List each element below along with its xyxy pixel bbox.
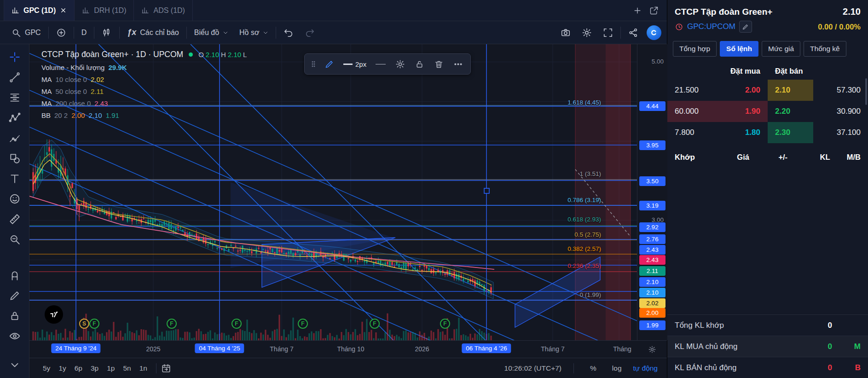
- tool-ruler[interactable]: [5, 210, 24, 228]
- edit-symbol-button[interactable]: [739, 21, 752, 33]
- browser-logo[interactable]: [647, 25, 661, 40]
- legend-ma50-row[interactable]: MA 50 close 0 2.11: [41, 87, 247, 95]
- high-value: 2.10: [228, 51, 241, 58]
- price-axis[interactable]: 5.00 3.00 4.44 3.95 3.50 3.19 2.92 2.76 …: [637, 44, 667, 340]
- tool-fib-retracement[interactable]: [5, 88, 24, 107]
- chart-style-button[interactable]: [96, 24, 117, 41]
- event-marker[interactable]: F: [231, 319, 242, 329]
- scrollbar-thumb[interactable]: [865, 78, 867, 105]
- range-1y[interactable]: 1y: [54, 362, 70, 375]
- range-6m[interactable]: 6p: [70, 362, 87, 375]
- event-marker[interactable]: F: [89, 319, 99, 329]
- auto-scale-toggle[interactable]: tự động: [633, 364, 658, 372]
- range-5y[interactable]: 5y: [39, 362, 54, 375]
- legend-volume-row[interactable]: Volume - Khối lượng 29.9K: [41, 64, 247, 71]
- sell-volume[interactable]: 37.100: [813, 122, 868, 143]
- tool-pattern[interactable]: [5, 109, 24, 127]
- plus-circle-icon: [56, 28, 66, 38]
- log-scale-toggle[interactable]: log: [608, 362, 626, 375]
- clock-display[interactable]: 10:26:02 (UTC+7): [504, 364, 562, 372]
- undo-button[interactable]: [278, 24, 299, 41]
- legend-ma200-row[interactable]: MA 200 close 0 2.43: [41, 99, 247, 107]
- line-width-icon: [343, 64, 353, 65]
- tab-ads[interactable]: ADS (1D): [134, 0, 192, 21]
- event-marker[interactable]: F: [440, 319, 450, 329]
- drawing-more-button[interactable]: [448, 55, 468, 73]
- go-to-date-button[interactable]: [161, 363, 171, 373]
- tool-draw[interactable]: [5, 286, 24, 305]
- sell-price[interactable]: 2.20: [768, 101, 813, 122]
- event-marker[interactable]: F: [298, 319, 308, 329]
- indicators-button[interactable]: ƒx Các chỉ báo: [122, 24, 185, 41]
- mini-chart-icon: [141, 6, 149, 14]
- buy-volume[interactable]: 60.000: [667, 101, 722, 122]
- event-marker[interactable]: S: [79, 319, 89, 329]
- legend-symbol-row[interactable]: CTCP Tập đoàn Green+ · 1D · UPCOM O2.10 …: [41, 50, 247, 59]
- range-1d[interactable]: 1n: [135, 362, 151, 375]
- tradingview-logo[interactable]: [45, 305, 63, 324]
- fullscreen-button[interactable]: [597, 24, 619, 41]
- buy-price[interactable]: 2.00: [722, 80, 768, 101]
- buy-price[interactable]: 1.80: [722, 122, 768, 143]
- sell-volume[interactable]: 30.900: [813, 101, 868, 122]
- profile-dropdown[interactable]: Hồ sơ: [234, 24, 274, 41]
- tool-magnet[interactable]: [5, 266, 24, 285]
- tab-drh[interactable]: DRH (1D): [75, 0, 134, 21]
- redo-button[interactable]: [299, 24, 320, 41]
- layout-dropdown[interactable]: Biểu đồ: [189, 24, 234, 41]
- tab-tong-hop[interactable]: Tổng hợp: [673, 41, 717, 57]
- range-3m[interactable]: 3p: [87, 362, 103, 375]
- symbol-search-button[interactable]: GPC: [6, 24, 46, 41]
- tool-crosshair[interactable]: [5, 48, 24, 66]
- tool-zoom[interactable]: [5, 230, 24, 249]
- add-symbol-button[interactable]: [51, 24, 72, 41]
- tool-more[interactable]: [5, 356, 24, 374]
- date-marker-badge: 06 Tháng 4 '26: [462, 343, 511, 353]
- trades-table-body[interactable]: [667, 168, 868, 314]
- legend-ma10-row[interactable]: MA 10 close 0 2.02: [41, 76, 247, 83]
- chart-canvas[interactable]: CTCP Tập đoàn Green+ · 1D · UPCOM O2.10 …: [29, 44, 637, 340]
- sell-price[interactable]: 2.30: [768, 122, 813, 143]
- tab-gpc[interactable]: GPC (1D): [4, 0, 75, 21]
- tool-forecast[interactable]: [5, 129, 24, 147]
- tab-so-lenh[interactable]: Sổ lệnh: [720, 41, 758, 57]
- chart-settings-button[interactable]: [576, 24, 597, 41]
- range-5d[interactable]: 5n: [119, 362, 135, 375]
- add-tab-icon[interactable]: [633, 6, 642, 15]
- tool-lock-all[interactable]: [5, 307, 24, 325]
- tool-emoji[interactable]: [5, 190, 24, 208]
- tool-shapes[interactable]: [5, 149, 24, 168]
- drawing-lock-button[interactable]: [410, 55, 429, 73]
- sell-volume[interactable]: 57.300: [813, 80, 868, 101]
- tool-hide-all[interactable]: [5, 327, 24, 345]
- drawing-settings-button[interactable]: [390, 55, 410, 73]
- percent-scale-toggle[interactable]: %: [586, 362, 601, 375]
- sell-price[interactable]: 2.10: [768, 80, 813, 101]
- tool-trend-line[interactable]: [5, 68, 24, 87]
- snapshot-button[interactable]: [555, 24, 576, 41]
- pencil-tool-button[interactable]: [319, 55, 339, 73]
- line-width-button[interactable]: 2px: [339, 55, 371, 73]
- buy-price[interactable]: 1.90: [722, 101, 768, 122]
- tab-muc-gia[interactable]: Mức giá: [762, 41, 800, 57]
- close-icon[interactable]: [60, 7, 67, 14]
- popout-icon[interactable]: [649, 6, 659, 15]
- panel-ticker[interactable]: GPC:UPCOM: [687, 22, 735, 31]
- buy-volume[interactable]: 7.800: [667, 122, 722, 143]
- share-button[interactable]: [623, 24, 644, 41]
- tab-thong-ke[interactable]: Thống kê: [804, 41, 846, 57]
- chart-tab-bar: GPC (1D) DRH (1D) ADS (1D): [0, 0, 667, 21]
- event-marker[interactable]: F: [370, 319, 380, 329]
- range-1m[interactable]: 1p: [103, 362, 119, 375]
- buy-volume[interactable]: 21.500: [667, 80, 722, 101]
- time-axis[interactable]: 24 Tháng 9 '24 2025 04 Tháng 4 '25 Tháng…: [29, 340, 667, 358]
- drawing-delete-button[interactable]: [429, 55, 448, 73]
- tool-text[interactable]: [5, 169, 24, 188]
- legend-bb-row[interactable]: BB 20 2 2.00 2.10 1.91: [41, 111, 247, 119]
- drag-handle-icon[interactable]: [307, 55, 319, 73]
- line-style-button[interactable]: [371, 55, 390, 73]
- gear-icon: [395, 59, 405, 69]
- axis-settings-button[interactable]: [637, 341, 667, 358]
- interval-button[interactable]: D: [76, 24, 93, 41]
- event-marker[interactable]: F: [167, 319, 177, 329]
